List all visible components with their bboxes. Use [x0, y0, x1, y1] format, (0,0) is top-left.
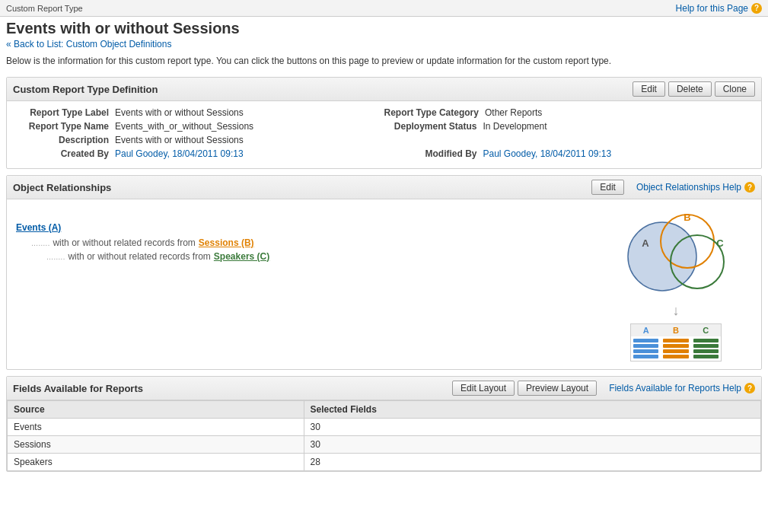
fields-section-title: Fields Available for Reports [13, 383, 143, 394]
legend-col-c: C [691, 324, 721, 336]
legend-col-a: A [631, 324, 661, 336]
help-link-text: Help for this Page [676, 3, 748, 14]
definition-section: Custom Report Type Definition Edit Delet… [6, 77, 762, 169]
fields-selected-cell: 30 [304, 419, 761, 436]
def-half-description: Description Events with or without Sessi… [16, 135, 752, 145]
def-half-category: Report Type Category Other Reports [384, 107, 753, 118]
def-half-name: Report Type Name Events_with_or_without_… [16, 121, 384, 132]
def-row-4: Created By Paul Goodey, 18/04/2011 09:13… [16, 148, 752, 159]
tree-node-c-row: ........ with or without related records… [46, 251, 585, 262]
fields-section-help-area: Fields Available for Reports Help ? [609, 383, 755, 393]
table-legend-rows [631, 336, 721, 361]
report-type-label-label: Report Type Label [16, 107, 115, 118]
help-icon: ? [751, 3, 762, 14]
report-type-name-value: Events_with_or_without_Sessions [115, 121, 253, 132]
fields-section: Fields Available for Reports Edit Layout… [6, 376, 762, 472]
object-relationships-title: Object Relationships [13, 182, 111, 193]
fields-source-cell: Speakers [8, 454, 304, 471]
tree-dots-c: ........ [46, 252, 65, 261]
bar-a-1 [633, 339, 658, 342]
tree-node-a[interactable]: Events (A) [16, 222, 61, 233]
def-half-label: Report Type Label Events with or without… [16, 107, 384, 118]
fields-table-row: Events30 [8, 419, 761, 436]
report-type-category-value: Other Reports [485, 107, 542, 118]
object-relationships-help-link[interactable]: Object Relationships Help [636, 182, 741, 193]
fields-source-cell: Sessions [8, 436, 304, 454]
report-type-label-value: Events with or without Sessions [115, 107, 244, 118]
object-relationships-header: Object Relationships Edit Object Relatio… [7, 176, 761, 199]
bar-c-4 [693, 355, 719, 358]
fields-help-icon: ? [744, 383, 755, 393]
bar-group-c [693, 339, 719, 358]
breadcrumb-prefix: « [6, 39, 11, 49]
tree-dots-b: ........ [31, 238, 49, 247]
def-half-created: Created By Paul Goodey, 18/04/2011 09:13 [16, 148, 384, 159]
fields-source-cell: Events [8, 419, 304, 436]
page-description: Below is the information for this custom… [0, 51, 768, 71]
fields-section-header: Fields Available for Reports Edit Layout… [7, 377, 761, 400]
page-type-label: Custom Report Type [6, 4, 83, 13]
definition-section-actions: Edit Delete Clone [633, 81, 755, 97]
edit-object-relationships-button[interactable]: Edit [591, 180, 624, 195]
fields-table-header-row: Source Selected Fields [8, 401, 761, 419]
def-half-modified: Modified By Paul Goodey, 18/04/2011 09:1… [384, 148, 753, 159]
bar-b-4 [663, 355, 688, 358]
tree-node-c[interactable]: Speakers (C) [214, 251, 269, 262]
bar-c-1 [693, 339, 719, 342]
fields-table-container: Source Selected Fields Events30Sessions3… [7, 400, 761, 471]
bar-group-b [663, 339, 688, 358]
object-relationships-help-icon: ? [744, 182, 755, 193]
fields-help-link[interactable]: Fields Available for Reports Help [609, 383, 741, 393]
description-value: Events with or without Sessions [115, 135, 244, 145]
bar-c-2 [693, 344, 719, 348]
report-type-name-label: Report Type Name [16, 121, 115, 132]
edit-definition-button[interactable]: Edit [633, 81, 665, 97]
tree-node-b[interactable]: Sessions (B) [199, 237, 254, 248]
venn-diagram: A B C [607, 207, 744, 298]
bar-a-2 [633, 344, 658, 348]
object-relationships-body: Events (A) ........ with or without rela… [7, 199, 761, 369]
top-bar: Custom Report Type Help for this Page ? [0, 0, 768, 17]
created-by-value[interactable]: Paul Goodey, 18/04/2011 09:13 [115, 148, 244, 159]
object-relationships-tree: Events (A) ........ with or without rela… [16, 207, 585, 362]
fields-col-selected: Selected Fields [304, 401, 761, 419]
tree-node-b-prefix: with or without related records from [53, 237, 195, 248]
legend-col-b: B [661, 324, 690, 336]
clone-definition-button[interactable]: Clone [715, 81, 755, 97]
bar-c-3 [693, 349, 719, 353]
edit-layout-button[interactable]: Edit Layout [452, 381, 515, 396]
description-label: Description [16, 135, 115, 145]
modified-by-label: Modified By [384, 148, 483, 159]
tree-node-b-row: ........ with or without related records… [31, 237, 585, 248]
definition-section-header: Custom Report Type Definition Edit Delet… [7, 78, 761, 101]
breadcrumb-link[interactable]: « Back to List: Custom Object Definition… [6, 39, 171, 49]
bar-a-3 [633, 349, 658, 353]
breadcrumb-text: Back to List: Custom Object Definitions [14, 39, 171, 49]
modified-by-value[interactable]: Paul Goodey, 18/04/2011 09:13 [483, 148, 612, 159]
bar-a-4 [633, 355, 658, 358]
bar-b-2 [663, 344, 688, 348]
svg-text:C: C [716, 237, 724, 249]
definition-section-title: Custom Report Type Definition [13, 84, 158, 95]
def-row-3: Description Events with or without Sessi… [16, 135, 752, 145]
preview-layout-button[interactable]: Preview Layout [518, 381, 597, 396]
def-half-deployment: Deployment Status In Development [384, 121, 753, 132]
tree-node-c-prefix: with or without related records from [68, 251, 210, 262]
svg-text:B: B [684, 212, 690, 223]
delete-definition-button[interactable]: Delete [668, 81, 712, 97]
help-link[interactable]: Help for this Page ? [676, 3, 762, 14]
object-relationships-section: Object Relationships Edit Object Relatio… [6, 175, 762, 370]
page-title: Events with or without Sessions [6, 20, 762, 37]
def-row-1: Report Type Label Events with or without… [16, 107, 752, 118]
created-by-label: Created By [16, 148, 115, 159]
deployment-status-label: Deployment Status [384, 121, 483, 132]
deployment-status-value: In Development [483, 121, 547, 132]
bar-group-a [633, 339, 658, 358]
object-relationships-help-area: Object Relationships Help ? [636, 182, 755, 193]
def-row-2: Report Type Name Events_with_or_without_… [16, 121, 752, 132]
table-legend-header: A B C [631, 324, 721, 336]
definition-table: Report Type Label Events with or without… [7, 101, 761, 168]
venn-arrow-down: ↓ [673, 303, 680, 319]
fields-table: Source Selected Fields Events30Sessions3… [7, 400, 761, 471]
fields-selected-cell: 28 [304, 454, 761, 471]
